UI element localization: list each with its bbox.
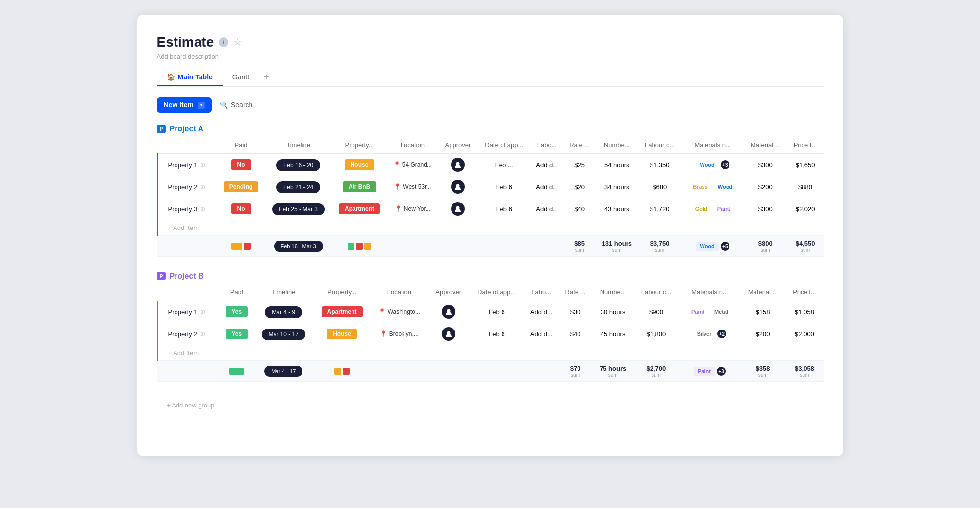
col-labo-a: Labo...: [531, 136, 563, 154]
property-cell[interactable]: Apartment: [314, 301, 371, 323]
property-cell[interactable]: Apartment: [332, 198, 386, 220]
labourcost-cell: $1,720: [638, 198, 682, 220]
col-price-a: Price t...: [787, 136, 824, 154]
labo-cell: Add d...: [525, 301, 558, 323]
table-row: Property 2 ⊕ Pending Feb 21 - 24 Air BnB…: [157, 176, 824, 198]
matcost-cell: $158: [740, 301, 786, 323]
add-row-icon[interactable]: ⊕: [200, 205, 206, 213]
search-button[interactable]: 🔍 Search: [220, 101, 252, 109]
project-b-table-wrapper: Paid Timeline Property... Location Appro…: [157, 283, 824, 382]
timeline-cell[interactable]: Feb 21 - 24: [265, 176, 332, 198]
col-location-b: Location: [371, 283, 428, 301]
matcost-cell: $300: [744, 198, 787, 220]
matname-cell: Silver +2: [679, 323, 740, 345]
add-item-row-b[interactable]: + Add Item: [157, 345, 824, 361]
page-header: Estimate i ☆: [157, 34, 824, 50]
price-cell: $2,000: [785, 323, 823, 345]
location-cell: 📍 Brooklyn,...: [371, 323, 428, 345]
avatar: [442, 305, 455, 319]
date-cell: Feb 6: [477, 176, 531, 198]
tab-bar: 🏠 Main Table Gantt +: [157, 68, 824, 87]
add-row-icon[interactable]: ⊕: [200, 308, 206, 316]
project-a-title: Project A: [170, 125, 204, 133]
paid-cell[interactable]: Yes: [220, 323, 253, 345]
matname-cell: Wood +3: [682, 154, 744, 176]
paid-cell[interactable]: No: [217, 198, 265, 220]
tab-gantt[interactable]: Gantt: [223, 69, 259, 86]
row-name-cell: Property 2 ⊕: [157, 323, 220, 345]
project-a-icon: P: [157, 125, 166, 133]
date-cell: Feb ...: [477, 154, 531, 176]
add-row-icon[interactable]: ⊕: [200, 183, 206, 191]
col-paid-b: Paid: [220, 283, 253, 301]
col-timeline-b: Timeline: [253, 283, 314, 301]
timeline-cell[interactable]: Feb 16 - 20: [265, 154, 332, 176]
approver-cell: [438, 154, 477, 176]
col-matname-a: Materials n...: [682, 136, 744, 154]
project-a-summary-row: Feb 16 - Mar 3: [157, 236, 824, 257]
col-labo-b: Labo...: [525, 283, 558, 301]
approver-cell: [428, 323, 469, 345]
date-cell: Feb 6: [469, 301, 525, 323]
rate-cell: $20: [563, 176, 596, 198]
property-cell[interactable]: Air BnB: [332, 176, 386, 198]
timeline-cell[interactable]: Feb 25 - Mar 3: [265, 198, 332, 220]
col-matcost-a: Material ...: [744, 136, 787, 154]
table-row: Property 1 ⊕ No Feb 16 - 20 House 📍 54 G…: [157, 154, 824, 176]
project-a-table-wrapper: Paid Timeline Property... Location Appro…: [157, 136, 824, 257]
project-a-table: Paid Timeline Property... Location Appro…: [157, 136, 824, 257]
location-pin-icon: 📍: [380, 330, 387, 337]
search-icon: 🔍: [220, 101, 228, 109]
timeline-cell[interactable]: Mar 4 - 9: [253, 301, 314, 323]
row-name-cell: Property 3 ⊕: [157, 198, 217, 220]
labo-cell: Add d...: [531, 154, 563, 176]
tab-main-table[interactable]: 🏠 Main Table: [157, 69, 223, 86]
project-b-section: P Project B Paid Timeline Property... Lo…: [157, 272, 824, 382]
col-date-b: Date of app...: [469, 283, 525, 301]
col-location-a: Location: [387, 136, 439, 154]
toolbar: New Item ▾ 🔍 Search: [157, 97, 824, 113]
info-icon[interactable]: i: [219, 37, 228, 47]
avatar: [451, 158, 465, 172]
date-cell: Feb 6: [477, 198, 531, 220]
row-name-cell: Property 1 ⊕: [157, 154, 217, 176]
property-cell[interactable]: House: [332, 154, 386, 176]
labo-cell: Add d...: [525, 323, 558, 345]
paid-cell[interactable]: No: [217, 154, 265, 176]
approver-cell: [438, 176, 477, 198]
add-row-icon[interactable]: ⊕: [200, 161, 206, 169]
labourcost-cell: $680: [638, 176, 682, 198]
location-cell: 📍 54 Grand...: [387, 154, 439, 176]
location-pin-icon: 📍: [395, 205, 402, 212]
timeline-cell[interactable]: Mar 10 - 17: [253, 323, 314, 345]
add-group-button[interactable]: + Add new group: [157, 397, 824, 414]
property-cell[interactable]: House: [314, 323, 371, 345]
col-matcost-b: Material ...: [740, 283, 786, 301]
number-cell: 43 hours: [596, 198, 638, 220]
matcost-cell: $300: [744, 154, 787, 176]
location-pin-icon: 📍: [394, 183, 401, 190]
project-b-header-row: Paid Timeline Property... Location Appro…: [157, 283, 824, 301]
approver-cell: [438, 198, 477, 220]
paid-cell[interactable]: Yes: [220, 301, 253, 323]
col-approver-b: Approver: [428, 283, 469, 301]
approver-cell: [428, 301, 469, 323]
col-date-a: Date of app...: [477, 136, 531, 154]
tab-add-button[interactable]: +: [259, 68, 274, 86]
matcost-cell: $200: [740, 323, 786, 345]
price-cell: $2,020: [787, 198, 824, 220]
page-title: Estimate: [157, 34, 214, 50]
price-cell: $1,058: [785, 301, 823, 323]
location-cell: 📍 Washingto...: [371, 301, 428, 323]
col-rate-b: Rate ...: [558, 283, 593, 301]
col-property-a: Property...: [332, 136, 386, 154]
col-price-b: Price t...: [785, 283, 823, 301]
svg-text:P: P: [159, 127, 163, 132]
new-item-button[interactable]: New Item ▾: [157, 97, 212, 113]
add-row-icon[interactable]: ⊕: [200, 330, 206, 338]
location-pin-icon: 📍: [393, 161, 401, 168]
add-item-row-a[interactable]: + Add Item: [157, 220, 824, 236]
star-icon[interactable]: ☆: [233, 37, 241, 48]
row-name-cell: Property 1 ⊕: [157, 301, 220, 323]
paid-cell[interactable]: Pending: [217, 176, 265, 198]
